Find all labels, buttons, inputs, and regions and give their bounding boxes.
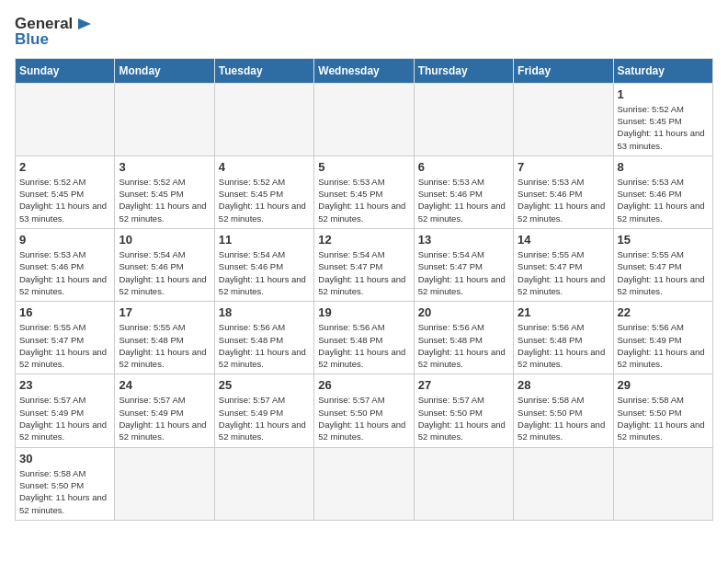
calendar-cell: 29Sunrise: 5:58 AMSunset: 5:50 PMDayligh… xyxy=(613,374,712,447)
calendar-cell: 6Sunrise: 5:53 AMSunset: 5:46 PMDaylight… xyxy=(414,155,513,228)
day-number: 4 xyxy=(219,160,310,174)
day-number: 17 xyxy=(119,305,210,319)
calendar-cell: 28Sunrise: 5:58 AMSunset: 5:50 PMDayligh… xyxy=(514,374,613,447)
weekday-row: SundayMondayTuesdayWednesdayThursdayFrid… xyxy=(16,58,713,83)
calendar-cell xyxy=(16,83,115,155)
day-number: 1 xyxy=(618,87,709,101)
day-number: 3 xyxy=(119,160,210,174)
day-info: Sunrise: 5:56 AMSunset: 5:49 PMDaylight:… xyxy=(618,321,709,370)
day-info: Sunrise: 5:58 AMSunset: 5:50 PMDaylight:… xyxy=(618,394,709,442)
calendar-cell: 16Sunrise: 5:55 AMSunset: 5:47 PMDayligh… xyxy=(16,302,115,374)
calendar-cell xyxy=(214,447,313,520)
calendar-cell xyxy=(115,83,214,155)
calendar-week-row: 30Sunrise: 5:58 AMSunset: 5:50 PMDayligh… xyxy=(16,447,713,520)
day-info: Sunrise: 5:55 AMSunset: 5:47 PMDaylight:… xyxy=(19,321,110,370)
weekday-header: Tuesday xyxy=(214,58,313,83)
day-number: 26 xyxy=(318,378,409,392)
weekday-header: Monday xyxy=(115,58,214,83)
day-info: Sunrise: 5:54 AMSunset: 5:46 PMDaylight:… xyxy=(219,248,310,297)
calendar-week-row: 9Sunrise: 5:53 AMSunset: 5:46 PMDaylight… xyxy=(16,229,713,302)
calendar-cell: 4Sunrise: 5:52 AMSunset: 5:45 PMDaylight… xyxy=(214,155,313,228)
day-number: 23 xyxy=(19,378,110,392)
svg-marker-0 xyxy=(78,18,91,29)
day-info: Sunrise: 5:56 AMSunset: 5:48 PMDaylight:… xyxy=(219,321,310,370)
calendar-cell: 25Sunrise: 5:57 AMSunset: 5:49 PMDayligh… xyxy=(214,374,313,447)
calendar-cell xyxy=(115,447,214,520)
day-info: Sunrise: 5:58 AMSunset: 5:50 PMDaylight:… xyxy=(19,467,110,516)
calendar-week-row: 1Sunrise: 5:52 AMSunset: 5:45 PMDaylight… xyxy=(16,83,713,155)
calendar-cell xyxy=(414,83,513,155)
calendar-cell: 19Sunrise: 5:56 AMSunset: 5:48 PMDayligh… xyxy=(314,302,414,374)
calendar-week-row: 2Sunrise: 5:52 AMSunset: 5:45 PMDaylight… xyxy=(16,155,713,228)
calendar-cell: 30Sunrise: 5:58 AMSunset: 5:50 PMDayligh… xyxy=(16,447,115,520)
day-number: 25 xyxy=(219,378,310,392)
day-number: 14 xyxy=(518,233,609,247)
day-number: 15 xyxy=(618,233,709,247)
calendar-cell: 17Sunrise: 5:55 AMSunset: 5:48 PMDayligh… xyxy=(115,302,214,374)
day-info: Sunrise: 5:57 AMSunset: 5:49 PMDaylight:… xyxy=(119,394,210,442)
logo-blue-text: Blue xyxy=(15,31,93,49)
calendar-cell: 26Sunrise: 5:57 AMSunset: 5:50 PMDayligh… xyxy=(314,374,414,447)
day-number: 13 xyxy=(418,233,509,247)
day-number: 22 xyxy=(618,305,709,319)
calendar-cell: 7Sunrise: 5:53 AMSunset: 5:46 PMDaylight… xyxy=(514,155,613,228)
day-info: Sunrise: 5:57 AMSunset: 5:49 PMDaylight:… xyxy=(19,394,110,442)
calendar-cell xyxy=(514,447,613,520)
day-info: Sunrise: 5:56 AMSunset: 5:48 PMDaylight:… xyxy=(418,321,509,370)
calendar-header: SundayMondayTuesdayWednesdayThursdayFrid… xyxy=(16,58,713,83)
day-number: 29 xyxy=(618,378,709,392)
weekday-header: Wednesday xyxy=(314,58,414,83)
day-info: Sunrise: 5:52 AMSunset: 5:45 PMDaylight:… xyxy=(119,176,210,224)
day-info: Sunrise: 5:57 AMSunset: 5:50 PMDaylight:… xyxy=(418,394,509,442)
calendar-cell: 1Sunrise: 5:52 AMSunset: 5:45 PMDaylight… xyxy=(613,83,712,155)
day-number: 8 xyxy=(618,160,709,174)
day-info: Sunrise: 5:52 AMSunset: 5:45 PMDaylight:… xyxy=(19,176,110,224)
calendar-cell: 22Sunrise: 5:56 AMSunset: 5:49 PMDayligh… xyxy=(613,302,712,374)
calendar-cell: 8Sunrise: 5:53 AMSunset: 5:46 PMDaylight… xyxy=(613,155,712,228)
day-number: 2 xyxy=(19,160,110,174)
day-info: Sunrise: 5:53 AMSunset: 5:46 PMDaylight:… xyxy=(618,176,709,224)
calendar-cell xyxy=(514,83,613,155)
day-info: Sunrise: 5:56 AMSunset: 5:48 PMDaylight:… xyxy=(318,321,409,370)
day-number: 28 xyxy=(518,378,609,392)
calendar-cell: 14Sunrise: 5:55 AMSunset: 5:47 PMDayligh… xyxy=(514,229,613,302)
calendar-cell: 12Sunrise: 5:54 AMSunset: 5:47 PMDayligh… xyxy=(314,229,414,302)
weekday-header: Sunday xyxy=(16,58,115,83)
calendar-cell: 24Sunrise: 5:57 AMSunset: 5:49 PMDayligh… xyxy=(115,374,214,447)
weekday-header: Thursday xyxy=(414,58,513,83)
day-info: Sunrise: 5:55 AMSunset: 5:48 PMDaylight:… xyxy=(119,321,210,370)
calendar-cell: 5Sunrise: 5:53 AMSunset: 5:45 PMDaylight… xyxy=(314,155,414,228)
calendar-cell xyxy=(314,447,414,520)
day-info: Sunrise: 5:53 AMSunset: 5:46 PMDaylight:… xyxy=(19,248,110,297)
day-number: 5 xyxy=(318,160,409,174)
day-info: Sunrise: 5:53 AMSunset: 5:45 PMDaylight:… xyxy=(318,176,409,224)
calendar-table: SundayMondayTuesdayWednesdayThursdayFrid… xyxy=(15,58,713,521)
page-header: General Blue xyxy=(15,15,713,49)
day-info: Sunrise: 5:54 AMSunset: 5:47 PMDaylight:… xyxy=(318,248,409,297)
calendar-cell: 11Sunrise: 5:54 AMSunset: 5:46 PMDayligh… xyxy=(214,229,313,302)
day-number: 19 xyxy=(318,305,409,319)
calendar-cell: 2Sunrise: 5:52 AMSunset: 5:45 PMDaylight… xyxy=(16,155,115,228)
calendar-cell: 9Sunrise: 5:53 AMSunset: 5:46 PMDaylight… xyxy=(16,229,115,302)
calendar-cell xyxy=(314,83,414,155)
calendar-cell: 21Sunrise: 5:56 AMSunset: 5:48 PMDayligh… xyxy=(514,302,613,374)
day-number: 18 xyxy=(219,305,310,319)
day-number: 6 xyxy=(418,160,509,174)
calendar-cell: 3Sunrise: 5:52 AMSunset: 5:45 PMDaylight… xyxy=(115,155,214,228)
day-number: 16 xyxy=(19,305,110,319)
day-number: 12 xyxy=(318,233,409,247)
day-info: Sunrise: 5:53 AMSunset: 5:46 PMDaylight:… xyxy=(518,176,609,224)
calendar-cell xyxy=(214,83,313,155)
day-info: Sunrise: 5:54 AMSunset: 5:46 PMDaylight:… xyxy=(119,248,210,297)
day-info: Sunrise: 5:52 AMSunset: 5:45 PMDaylight:… xyxy=(618,103,709,152)
day-info: Sunrise: 5:58 AMSunset: 5:50 PMDaylight:… xyxy=(518,394,609,442)
day-info: Sunrise: 5:55 AMSunset: 5:47 PMDaylight:… xyxy=(518,248,609,297)
calendar-body: 1Sunrise: 5:52 AMSunset: 5:45 PMDaylight… xyxy=(16,83,713,520)
calendar-cell: 27Sunrise: 5:57 AMSunset: 5:50 PMDayligh… xyxy=(414,374,513,447)
calendar-cell xyxy=(414,447,513,520)
day-number: 9 xyxy=(19,233,110,247)
calendar-week-row: 23Sunrise: 5:57 AMSunset: 5:49 PMDayligh… xyxy=(16,374,713,447)
logo-triangle-icon xyxy=(74,15,93,33)
day-info: Sunrise: 5:56 AMSunset: 5:48 PMDaylight:… xyxy=(518,321,609,370)
day-info: Sunrise: 5:52 AMSunset: 5:45 PMDaylight:… xyxy=(219,176,310,224)
